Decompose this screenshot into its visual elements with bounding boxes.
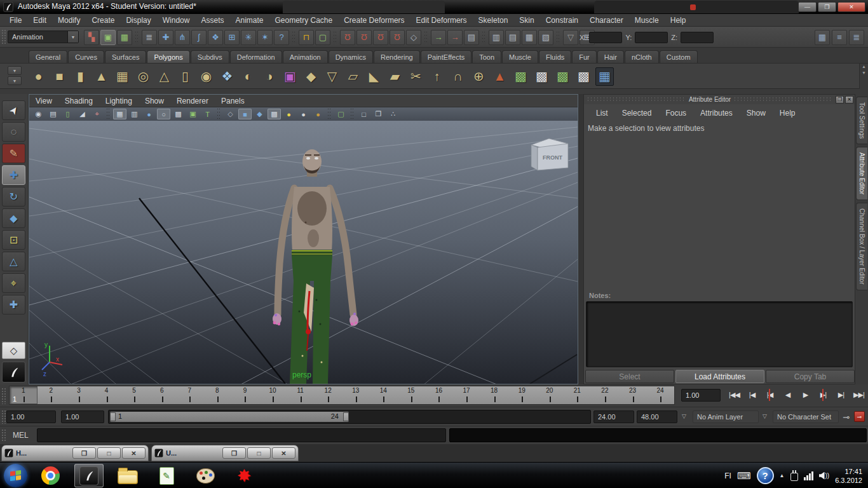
shelf-tab-fluids[interactable]: Fluids <box>539 50 571 63</box>
timeline-frame-21[interactable]: 21 <box>564 386 592 404</box>
viewport-canvas[interactable]: FRONT y x z persp <box>29 121 578 384</box>
ae-menu-show[interactable]: Show <box>740 106 773 120</box>
field-chart-icon[interactable]: ▩ <box>172 109 185 119</box>
shelf-tab-hair[interactable]: Hair <box>597 50 624 63</box>
character-set-selector[interactable]: No Character Set <box>773 410 839 423</box>
drag-handle[interactable] <box>1 429 6 442</box>
range-slider-track[interactable]: 1 24 <box>108 410 591 424</box>
poly-cube-icon[interactable]: ■ <box>50 67 69 86</box>
ae-menu-attributes[interactable]: Attributes <box>693 106 740 120</box>
lighting-all-icon[interactable]: ● <box>282 109 295 119</box>
shelf-tab-animation[interactable]: Animation <box>283 50 328 63</box>
isolate-select-icon[interactable]: □ <box>357 109 370 119</box>
timeline-frame-17[interactable]: 17 <box>452 386 480 404</box>
z-input[interactable] <box>681 32 714 43</box>
menu-create-deformers[interactable]: Create Deformers <box>338 16 410 25</box>
mask-rendering-icon[interactable]: ✶ <box>257 30 273 45</box>
select-tool[interactable]: ➤ <box>2 100 25 120</box>
power-plug-icon[interactable] <box>790 473 798 481</box>
timeline-frame-22[interactable]: 22 <box>591 386 619 404</box>
shelf-menu-icon[interactable]: ▼ <box>8 66 22 75</box>
timeline-frame-1[interactable]: 11 <box>10 386 37 404</box>
merge-vertices-icon[interactable]: ⊕ <box>470 67 488 86</box>
poly-sphere-icon[interactable]: ● <box>29 67 48 86</box>
poly-platonic-icon[interactable]: ◉ <box>197 67 215 86</box>
show-manipulator-tool[interactable]: ⌖ <box>2 273 25 293</box>
panel-menu-panels[interactable]: Panels <box>215 97 251 105</box>
shelf-tab-general[interactable]: General <box>29 50 67 63</box>
mirror-icon[interactable]: ▱ <box>344 67 362 86</box>
output-connections-icon[interactable]: → <box>447 30 463 45</box>
frame-ruler[interactable]: 1123456789101112131415161718192021222324 <box>9 386 675 405</box>
move-tool[interactable]: ✚ <box>2 165 25 185</box>
restore-icon[interactable]: ❐ <box>222 447 246 459</box>
mask-dynamics-icon[interactable]: ✳ <box>241 30 256 45</box>
show-channel-box-icon[interactable]: ▦ <box>815 30 830 45</box>
ipr-render-icon[interactable]: ▦ <box>522 30 537 45</box>
attribute-editor-header[interactable]: Attribute Editor ❐ ✕ <box>584 95 855 104</box>
undock-icon[interactable]: ❐ <box>836 96 844 104</box>
show-tool-settings-icon[interactable]: ≡ <box>832 30 847 45</box>
playback-start-field[interactable]: 1.00 <box>61 410 104 423</box>
menu-character[interactable]: Character <box>584 16 629 25</box>
bridge-icon[interactable]: ∩ <box>449 67 467 86</box>
view-cube-front-label[interactable]: FRONT <box>543 154 562 161</box>
maximize-button[interactable]: ❐ <box>818 2 836 12</box>
title-bar[interactable]: Autodesk Maya 2012 x64 - Student Version… <box>0 0 868 14</box>
timeline-frame-13[interactable]: 13 <box>342 386 370 404</box>
menu-skeleton[interactable]: Skeleton <box>473 16 514 25</box>
shelf-tab-dynamics[interactable]: Dynamics <box>329 50 373 63</box>
uv-texture-bw-icon[interactable]: ▩ <box>532 67 551 86</box>
paint-icon[interactable] <box>191 464 220 487</box>
play-forwards-button[interactable]: ▶ <box>797 387 814 403</box>
wireframe-icon[interactable]: ◇ <box>224 109 237 119</box>
lighting-default-icon[interactable]: ● <box>297 109 310 119</box>
go-to-end-button[interactable]: ▶▶| <box>850 387 867 403</box>
uv-texture-grid-icon[interactable]: ▩ <box>512 67 530 86</box>
input-connections-icon[interactable]: → <box>431 30 446 45</box>
close-icon[interactable]: ✕ <box>845 96 853 104</box>
drag-handle[interactable] <box>1 410 6 424</box>
command-line-input[interactable] <box>37 428 446 442</box>
safe-action-icon[interactable]: ▣ <box>186 109 200 119</box>
mask-misc-icon[interactable]: ? <box>274 30 289 45</box>
shelf-tab-rendering[interactable]: Rendering <box>374 50 420 63</box>
menu-assets[interactable]: Assets <box>195 16 229 25</box>
play-backwards-button[interactable]: ◀ <box>779 387 796 403</box>
timeline-frame-16[interactable]: 16 <box>425 386 453 404</box>
smooth-shade-icon[interactable]: ■ <box>238 109 252 119</box>
boolean-icon[interactable]: ▣ <box>281 67 299 86</box>
triangulate-icon[interactable]: ◣ <box>365 67 383 86</box>
shelf-tab-curves[interactable]: Curves <box>68 50 104 63</box>
clock[interactable]: 17:41 6.3.2012 <box>835 467 865 485</box>
language-indicator[interactable]: FI <box>724 471 731 480</box>
timeline-frame-11[interactable]: 11 <box>287 386 315 404</box>
timeline-frame-23[interactable]: 23 <box>619 386 647 404</box>
mask-surfaces-icon[interactable]: ❖ <box>208 30 223 45</box>
drag-handle[interactable] <box>1 388 6 404</box>
reduce-icon[interactable]: ▽ <box>323 67 341 86</box>
copy-tab-button[interactable]: Copy Tab <box>766 370 855 383</box>
timeline-frame-14[interactable]: 14 <box>370 386 398 404</box>
mask-curves-icon[interactable]: ∫ <box>191 30 207 45</box>
step-forward-frame-button[interactable]: ▶| <box>832 387 850 403</box>
shelf-tab-fur[interactable]: Fur <box>572 50 597 63</box>
ae-menu-help[interactable]: Help <box>773 106 803 120</box>
step-forward-key-button[interactable]: ▶| <box>815 387 832 403</box>
shelf-tab-muscle[interactable]: Muscle <box>502 50 538 63</box>
pan-zoom-icon[interactable]: ⌖ <box>90 109 104 119</box>
range-slider-bar[interactable]: 1 24 <box>110 412 349 422</box>
step-back-frame-button[interactable]: |◀ <box>743 387 761 403</box>
show-hidden-icons[interactable]: ▲ <box>780 473 785 478</box>
notes-textarea[interactable] <box>586 301 853 367</box>
menu-help[interactable]: Help <box>665 16 692 25</box>
animation-start-field[interactable]: 1.00 <box>6 410 56 423</box>
rotate-tool[interactable]: ↻ <box>2 187 25 207</box>
select-component-icon[interactable]: ▦ <box>117 30 132 45</box>
restore-icon[interactable]: ❐ <box>72 447 96 459</box>
chevron-down-icon[interactable]: ▽ <box>763 413 767 419</box>
maya-taskbar-icon[interactable] <box>74 464 104 487</box>
select-hierarchy-icon[interactable]: ▚ <box>84 30 99 45</box>
shelf-tab-polygons[interactable]: Polygons <box>147 50 189 63</box>
show-attribute-editor-icon[interactable]: ≣ <box>849 30 864 45</box>
